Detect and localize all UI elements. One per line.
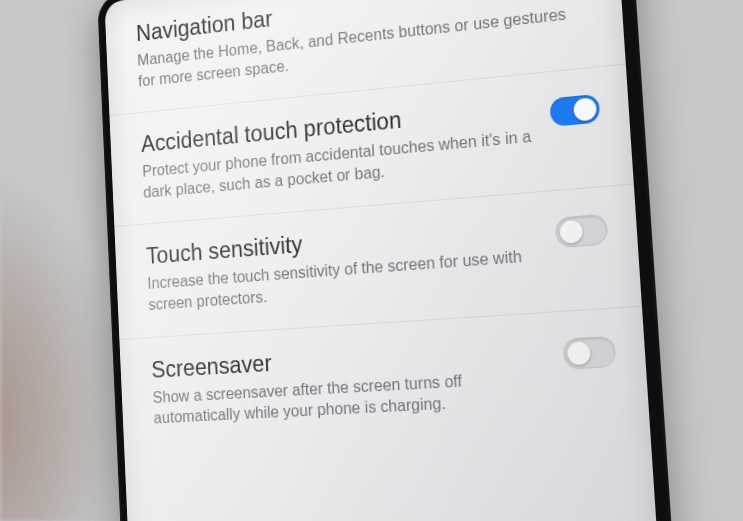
setting-row-text: Accidental touch protection Protect your… xyxy=(141,93,554,203)
setting-row-text: Screensaver Show a screensaver after the… xyxy=(151,332,567,429)
phone-screen: Navigation bar Manage the Home, Back, an… xyxy=(104,0,659,521)
phone-body: Navigation bar Manage the Home, Back, an… xyxy=(97,0,675,521)
toggle-knob xyxy=(573,97,597,122)
setting-row-text: Touch sensitivity Increase the touch sen… xyxy=(146,212,560,316)
settings-list: Navigation bar Manage the Home, Back, an… xyxy=(104,0,650,452)
phone-wrap: Navigation bar Manage the Home, Back, an… xyxy=(90,0,650,521)
toggle-touch-sensitivity[interactable] xyxy=(555,214,609,249)
toggle-knob xyxy=(567,341,591,365)
toggle-screensaver[interactable] xyxy=(562,335,616,369)
toggle-knob xyxy=(559,220,583,244)
toggle-accidental-touch[interactable] xyxy=(549,94,600,127)
photo-background: Navigation bar Manage the Home, Back, an… xyxy=(0,0,743,521)
